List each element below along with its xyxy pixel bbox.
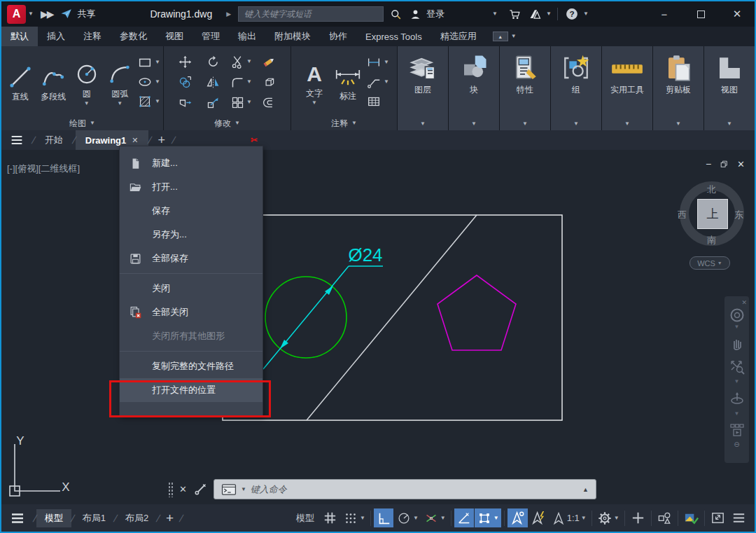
tool-mirror[interactable]	[206, 75, 220, 90]
zoom-extents-icon[interactable]	[728, 358, 746, 376]
drawn-pentagon[interactable]	[438, 275, 516, 350]
app-store-cart-icon[interactable]	[506, 6, 523, 22]
panel-draw-footer[interactable]: 绘图▼	[1, 116, 163, 130]
tool-array[interactable]: ▼	[230, 95, 252, 110]
isolate-objects-button[interactable]	[654, 508, 675, 527]
menu-item-new[interactable]: 新建...	[120, 151, 262, 175]
menu-item-save[interactable]: 保存	[120, 199, 262, 223]
navwheel-caret-icon[interactable]: ▼	[734, 324, 740, 330]
ucs-icon[interactable]: Y X	[10, 434, 70, 496]
menu-item-close-all[interactable]: 全部关闭	[120, 300, 262, 324]
orbit-icon[interactable]	[728, 390, 746, 408]
tool-offset[interactable]	[262, 95, 276, 110]
isometric-drafting-toggle[interactable]: ▼	[421, 508, 448, 527]
panel-block[interactable]: 块▼	[449, 46, 500, 130]
viewcube-south[interactable]: 南	[707, 234, 716, 247]
search-input[interactable]	[238, 6, 384, 22]
navigation-wheel-icon[interactable]	[728, 306, 746, 324]
ribbon-tab-insert[interactable]: 插入	[38, 27, 74, 46]
tool-scale[interactable]	[206, 95, 220, 110]
model-space-button[interactable]: 模型	[291, 508, 319, 527]
share-button[interactable]: 共享	[77, 8, 95, 20]
polar-tracking-toggle[interactable]: ▼	[394, 508, 421, 527]
ribbon-tab-featured-apps[interactable]: 精选应用	[431, 27, 486, 46]
ribbon-tab-express-tools[interactable]: Express Tools	[356, 27, 431, 46]
tool-stretch[interactable]	[178, 95, 192, 110]
autocad-logo[interactable]: A	[7, 5, 26, 24]
menu-item-open[interactable]: 打开...	[120, 175, 262, 199]
panel-utilities[interactable]: 实用工具▼	[602, 46, 653, 130]
viewcube-east[interactable]: 东	[734, 209, 743, 221]
ribbon-tab-annotate[interactable]: 注释	[74, 27, 111, 46]
tool-circle[interactable]: 圆▼	[71, 58, 103, 106]
command-grip-handle[interactable]	[168, 482, 174, 497]
pan-hand-icon[interactable]	[728, 334, 746, 352]
annotation-visibility-toggle[interactable]	[507, 508, 528, 527]
layout-tab-model[interactable]: 模型	[36, 509, 71, 527]
app-menu-caret-icon[interactable]: ▼	[28, 11, 34, 17]
search-expand-icon[interactable]: ▶	[226, 11, 231, 18]
object-snap-toggle[interactable]: ▼	[475, 508, 501, 527]
file-tab-start[interactable]: 开始	[35, 130, 73, 150]
tool-arc[interactable]: 圆弧▼	[104, 58, 136, 106]
layout-tab-layout2[interactable]: 布局2	[117, 509, 157, 527]
workspace-switching-button[interactable]: ▼	[595, 508, 622, 527]
panel-annotation-footer[interactable]: 注释▼	[291, 116, 397, 130]
layout-tab-layout1[interactable]: 布局1	[74, 509, 114, 527]
viewport-close-icon[interactable]: ✕	[737, 159, 745, 169]
ortho-mode-toggle[interactable]	[374, 508, 393, 527]
viewcube-west[interactable]: 西	[678, 209, 687, 221]
panel-properties[interactable]: 特性▼	[500, 46, 551, 130]
tool-rotate[interactable]	[206, 55, 220, 69]
tool-table[interactable]	[366, 93, 389, 111]
ribbon-tab-output[interactable]: 输出	[229, 27, 265, 46]
viewport-minimize-icon[interactable]: −	[706, 158, 711, 169]
tool-rectangle[interactable]: ▼	[137, 54, 160, 71]
grid-display-toggle[interactable]	[320, 508, 340, 527]
tool-polyline[interactable]: 多段线	[38, 61, 70, 103]
drawn-diagonal-line[interactable]	[307, 215, 477, 420]
viewcube-top-face[interactable]: 上	[697, 199, 728, 229]
drawing-canvas[interactable]: Ø24 Y X [-][俯视][二维线框] − ✕ 北 西 东 南 上 WCS▼	[1, 150, 755, 504]
navbar-collapse-icon[interactable]: ⊖	[734, 441, 739, 448]
login-button[interactable]: 登录	[426, 8, 444, 20]
graphics-performance-button[interactable]	[681, 508, 701, 527]
minimize-button[interactable]: −	[652, 4, 676, 25]
new-layout-button[interactable]: +	[160, 509, 180, 527]
status-menu-icon[interactable]	[1, 510, 34, 527]
ribbon-tab-home[interactable]: 默认	[1, 27, 38, 46]
tool-move[interactable]	[178, 55, 192, 69]
annotation-monitor-button[interactable]	[628, 508, 648, 527]
tool-line[interactable]: 直线	[4, 61, 36, 103]
ribbon-tab-addins[interactable]: 附加模块	[265, 27, 320, 46]
menu-item-save-all[interactable]: 全部保存	[120, 247, 262, 270]
command-close-icon[interactable]: ✕	[179, 484, 187, 494]
maximize-button[interactable]	[689, 4, 713, 25]
tool-dimension[interactable]: 标注	[331, 62, 365, 102]
panel-groups[interactable]: 组▼	[551, 46, 602, 130]
tool-fillet[interactable]: ▼	[230, 75, 252, 90]
tool-erase[interactable]	[262, 55, 276, 69]
command-prompt-icon[interactable]	[221, 483, 237, 496]
ribbon-tab-parametric[interactable]: 参数化	[111, 27, 156, 46]
viewport-label[interactable]: [-][俯视][二维线框]	[7, 162, 80, 175]
clean-screen-button[interactable]	[708, 508, 728, 527]
menu-item-copy-full-path[interactable]: 复制完整的文件路径	[120, 354, 262, 378]
object-snap-tracking-toggle[interactable]	[454, 508, 474, 527]
panel-layers[interactable]: 图层▼	[398, 46, 449, 130]
ribbon-tab-view[interactable]: 视图	[156, 27, 192, 46]
tool-hatch[interactable]: ▼	[137, 93, 160, 111]
login-caret-icon[interactable]: ▼	[492, 11, 498, 17]
annotation-scale-button[interactable]: 1:1▼	[550, 508, 589, 527]
ribbon-tab-manage[interactable]: 管理	[192, 27, 229, 46]
ribbon-tab-collaborate[interactable]: 协作	[320, 27, 356, 46]
file-tab-close-icon[interactable]: ✕	[132, 136, 138, 145]
user-icon[interactable]	[407, 6, 424, 22]
tool-3d-box[interactable]	[262, 75, 276, 90]
command-history-toggle-icon[interactable]: ▲	[582, 486, 589, 493]
wcs-selector[interactable]: WCS▼	[690, 256, 730, 270]
autodesk-caret-icon[interactable]: ▼	[546, 11, 552, 17]
help-caret-icon[interactable]: ▼	[583, 11, 589, 17]
share-icon[interactable]	[59, 7, 74, 21]
help-icon[interactable]	[564, 6, 580, 22]
